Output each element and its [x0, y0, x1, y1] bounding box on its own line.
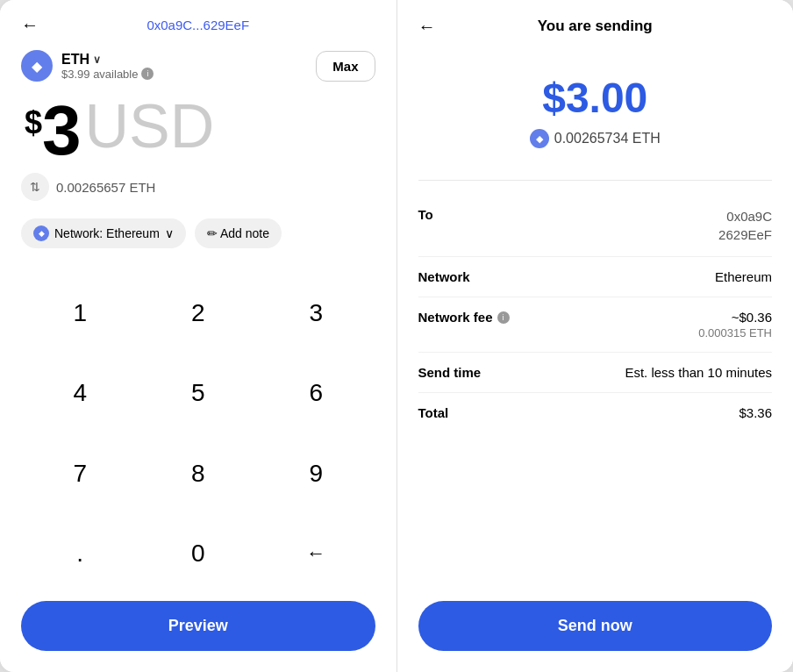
token-name-row[interactable]: ETH ∨ — [61, 52, 154, 68]
fee-usd-value: ~$0.36 — [698, 310, 772, 325]
divider — [418, 180, 773, 181]
right-header-title: You are sending — [538, 18, 653, 35]
total-value: $3.36 — [739, 405, 772, 420]
token-text: ETH ∨ $3.99 available i — [61, 52, 154, 81]
key-3[interactable]: 3 — [257, 273, 375, 354]
left-header: ← 0x0a9C...629EeF — [21, 18, 375, 32]
available-info-icon[interactable]: i — [141, 68, 154, 80]
network-fee-row: Network fee i ~$0.36 0.000315 ETH — [418, 297, 773, 353]
to-address-line2: 2629EeF — [718, 225, 772, 244]
amount-number: 3 — [42, 96, 82, 166]
key-2[interactable]: 2 — [139, 273, 258, 354]
token-chevron-icon: ∨ — [93, 54, 101, 66]
sending-eth-amount: 0.00265734 ETH — [554, 131, 661, 147]
key-8[interactable]: 8 — [139, 433, 258, 514]
right-back-button[interactable]: ← — [418, 17, 436, 37]
sending-eth-icon: ◆ — [530, 129, 549, 148]
network-pill-label: Network: Ethereum — [54, 226, 160, 240]
key-6[interactable]: 6 — [257, 354, 375, 434]
add-note-button[interactable]: ✏ Add note — [195, 218, 282, 248]
to-address-line1: 0x0a9C — [718, 207, 772, 225]
eth-amount-text: 0.00265657 ETH — [56, 180, 155, 195]
amount-display: $ 3 USD — [21, 96, 375, 166]
network-chevron-icon: ∨ — [165, 226, 174, 240]
amount-currency: USD — [85, 96, 215, 157]
token-info: ◆ ETH ∨ $3.99 available i — [21, 50, 154, 82]
right-panel: ← You are sending $3.00 ◆ 0.00265734 ETH… — [397, 0, 794, 672]
key-1[interactable]: 1 — [21, 273, 139, 354]
network-value: Ethereum — [715, 269, 772, 284]
sending-amount-section: $3.00 ◆ 0.00265734 ETH — [418, 74, 773, 148]
key-0[interactable]: 0 — [139, 514, 258, 595]
to-value: 0x0a9C 2629EeF — [718, 207, 772, 244]
send-time-label: Send time — [418, 365, 482, 380]
network-label: Network — [418, 269, 470, 284]
fee-label-row: Network fee i — [418, 310, 510, 325]
eth-amount-row: ⇅ 0.00265657 ETH — [21, 173, 375, 201]
left-back-button[interactable]: ← — [21, 15, 39, 35]
key-4[interactable]: 4 — [21, 354, 139, 434]
right-header: ← You are sending — [418, 18, 773, 35]
to-row: To 0x0a9C 2629EeF — [418, 195, 773, 257]
send-now-button[interactable]: Send now — [418, 601, 773, 651]
token-available: $3.99 available i — [61, 68, 154, 81]
sending-eth-row: ◆ 0.00265734 ETH — [418, 129, 773, 148]
pills-row: ◆ Network: Ethereum ∨ ✏ Add note — [21, 218, 375, 248]
max-button[interactable]: Max — [316, 51, 375, 82]
swap-icon-button[interactable]: ⇅ — [21, 173, 49, 201]
wallet-address: 0x0a9C...629EeF — [146, 18, 249, 32]
key-backspace[interactable]: ← — [257, 514, 375, 595]
fee-label: Network fee — [418, 310, 493, 325]
key-5[interactable]: 5 — [139, 354, 258, 434]
dollar-sign: $ — [25, 104, 42, 141]
total-row: Total $3.36 — [418, 393, 773, 433]
fee-info-icon[interactable]: i — [497, 311, 510, 324]
network-row: Network Ethereum — [418, 257, 773, 297]
token-row: ◆ ETH ∨ $3.99 available i Max — [21, 50, 375, 82]
eth-logo-icon: ◆ — [21, 50, 53, 82]
key-dot[interactable]: . — [21, 514, 139, 595]
detail-rows: To 0x0a9C 2629EeF Network Ethereum Netwo… — [418, 195, 773, 433]
preview-button[interactable]: Preview — [21, 601, 375, 651]
keypad: 1 2 3 4 5 6 7 8 9 . 0 ← — [21, 273, 375, 594]
send-time-value: Est. less than 10 minutes — [625, 365, 772, 380]
fee-eth-value: 0.000315 ETH — [698, 326, 772, 340]
key-7[interactable]: 7 — [21, 433, 139, 514]
to-label: To — [418, 207, 433, 222]
fee-value-group: ~$0.36 0.000315 ETH — [698, 310, 772, 340]
total-label: Total — [418, 405, 449, 420]
add-note-label: ✏ Add note — [207, 226, 269, 240]
left-panel: ← 0x0a9C...629EeF ◆ ETH ∨ $3.99 availabl… — [0, 0, 397, 672]
key-9[interactable]: 9 — [257, 433, 375, 514]
network-eth-icon: ◆ — [33, 225, 49, 241]
sending-usd-amount: $3.00 — [418, 74, 773, 122]
send-time-row: Send time Est. less than 10 minutes — [418, 353, 773, 393]
token-name-label: ETH — [61, 52, 89, 68]
network-pill-button[interactable]: ◆ Network: Ethereum ∨ — [21, 218, 186, 248]
